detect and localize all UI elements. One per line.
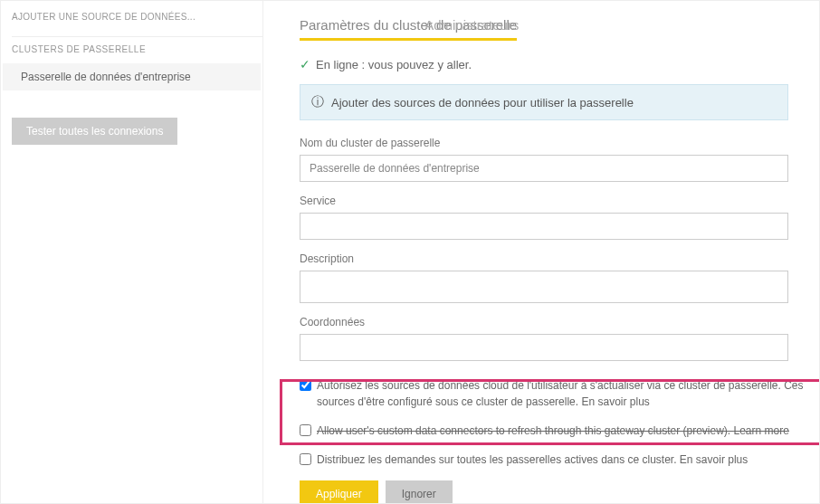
info-banner: ⓘ Ajouter des sources de données pour ut…	[300, 84, 788, 120]
coordinates-input[interactable]	[300, 334, 788, 361]
button-row: Appliquer Ignorer	[300, 480, 819, 504]
field-cluster-name: Nom du cluster de passerelle	[300, 137, 819, 182]
info-icon: ⓘ	[311, 94, 324, 110]
field-description: Description	[300, 252, 819, 303]
allow-cloud-checkbox[interactable]	[300, 379, 311, 391]
tabs: Paramètres du cluster de passerelle Admi…	[300, 17, 819, 41]
allow-custom-checkbox[interactable]	[300, 424, 311, 436]
allow-cloud-label: Autorisez les sources de données cloud d…	[317, 377, 819, 410]
allow-custom-label: Allow user's custom data connectors to r…	[317, 423, 789, 439]
learn-more-link[interactable]: Learn more	[734, 424, 789, 437]
description-input[interactable]	[300, 271, 788, 303]
cluster-name-input[interactable]	[300, 155, 788, 182]
apply-button[interactable]: Appliquer	[300, 480, 378, 504]
checkbox-allow-custom: Allow user's custom data connectors to r…	[300, 423, 819, 439]
info-banner-text: Ajouter des sources de données pour util…	[331, 96, 634, 109]
field-service: Service	[300, 195, 819, 240]
distribute-checkbox[interactable]	[300, 453, 311, 465]
status-line: ✓ En ligne : vous pouvez y aller.	[300, 57, 819, 71]
ignore-button[interactable]: Ignorer	[386, 480, 453, 504]
distribute-label: Distribuez les demandes sur toutes les p…	[317, 452, 748, 468]
coordinates-label: Coordonnées	[300, 316, 819, 328]
sidebar: AJOUTER UNE SOURCE DE DONNÉES... CLUSTER…	[1, 1, 263, 503]
sidebar-item-gateway[interactable]: Passerelle de données d'entreprise	[1, 62, 262, 92]
checkbox-allow-cloud: Autorisez les sources de données cloud d…	[300, 377, 819, 410]
checkbox-distribute: Distribuez les demandes sur toutes les p…	[300, 452, 819, 468]
add-data-source-link[interactable]: AJOUTER UNE SOURCE DE DONNÉES...	[12, 8, 262, 33]
check-icon: ✓	[300, 57, 310, 71]
status-text: En ligne : vous pouvez y aller.	[316, 58, 472, 71]
main-panel: Paramètres du cluster de passerelle Admi…	[263, 1, 819, 503]
field-coordinates: Coordonnées	[300, 316, 819, 361]
test-connections-button[interactable]: Tester toutes les connexions	[12, 118, 177, 145]
gateway-clusters-label: CLUSTERS DE PASSERELLE	[12, 36, 262, 62]
tab-administrators[interactable]: Administrateurs	[424, 17, 519, 38]
service-input[interactable]	[300, 213, 788, 240]
service-label: Service	[300, 195, 819, 207]
description-label: Description	[300, 252, 819, 265]
cluster-name-label: Nom du cluster de passerelle	[300, 137, 819, 149]
